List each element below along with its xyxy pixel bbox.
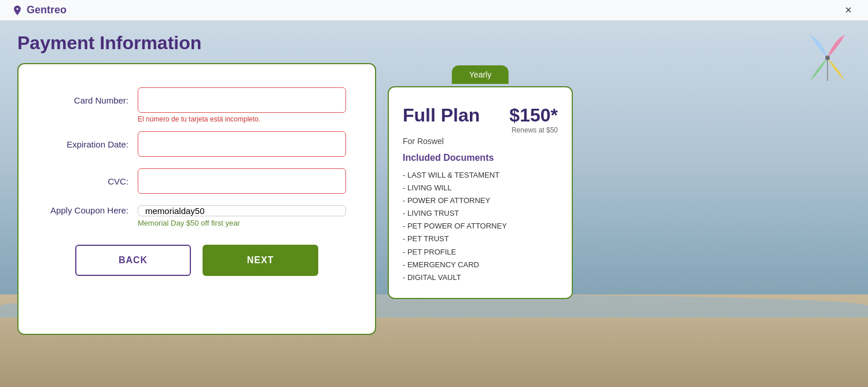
buttons-row: BACK NEXT (47, 245, 346, 276)
document-item: - LIVING WILL (403, 182, 558, 194)
expiration-input[interactable] (138, 131, 346, 157)
back-button[interactable]: BACK (75, 245, 191, 276)
expiration-row: Expiration Date: (47, 131, 346, 157)
document-item: - EMERGENCY CARD (403, 259, 558, 271)
next-button[interactable]: NEXT (203, 245, 318, 276)
cvc-label: CVC: (47, 176, 128, 186)
coupon-input[interactable] (138, 205, 346, 216)
plan-name: Full Plan (403, 105, 480, 126)
plan-price: $150* (509, 105, 558, 126)
coupon-success: Memorial Day $50 off first year (138, 219, 346, 227)
logo-text: Gentreo (27, 4, 67, 16)
document-item: - LIVING TRUST (403, 207, 558, 220)
document-item: - PET TRUST (403, 233, 558, 245)
cvc-row: CVC: (47, 168, 346, 194)
plan-for: For Roswel (403, 137, 558, 146)
page-title: Payment Information (17, 32, 851, 54)
plan-card: Full Plan $150* Renews at $50 For Roswel… (388, 86, 573, 299)
close-button[interactable]: × (840, 2, 856, 19)
logo-icon (12, 5, 23, 16)
plan-renews: Renews at $50 (509, 126, 558, 134)
coupon-label: Apply Coupon Here: (47, 205, 128, 215)
plan-tab: Yearly (452, 65, 509, 84)
documents-list: - LAST WILL & TESTAMENT- LIVING WILL- PO… (403, 169, 558, 284)
document-item: - PET POWER OF ATTORNEY (403, 220, 558, 233)
document-item: - DIGITAL VAULT (403, 271, 558, 284)
payment-card: Card Number: El número de tu tarjeta est… (17, 63, 376, 335)
plan-docs-title: Included Documents (403, 153, 558, 163)
card-number-label: Card Number: (47, 95, 128, 105)
cvc-input[interactable] (138, 168, 346, 194)
expiration-label: Expiration Date: (47, 139, 128, 149)
coupon-field-wrap: Memorial Day $50 off first year (138, 205, 346, 227)
plan-header: Full Plan $150* Renews at $50 (403, 105, 558, 134)
logo: Gentreo (12, 4, 67, 16)
document-item: - LAST WILL & TESTAMENT (403, 169, 558, 182)
card-number-row: Card Number: (47, 87, 346, 113)
document-item: - POWER OF ATTORNEY (403, 194, 558, 207)
plan-price-block: $150* Renews at $50 (509, 105, 558, 134)
cards-row: Card Number: El número de tu tarjeta est… (17, 63, 851, 335)
coupon-row: Apply Coupon Here: Memorial Day $50 off … (47, 205, 346, 227)
card-number-error: El número de tu tarjeta está incompleto. (138, 115, 346, 123)
plan-card-wrapper: Yearly Full Plan $150* Renews at $50 For… (388, 86, 573, 299)
card-number-input[interactable] (138, 87, 346, 113)
document-item: - PET PROFILE (403, 246, 558, 259)
top-bar: Gentreo × (0, 0, 868, 21)
main-content: Payment Information Card Number: El núme… (0, 21, 868, 347)
